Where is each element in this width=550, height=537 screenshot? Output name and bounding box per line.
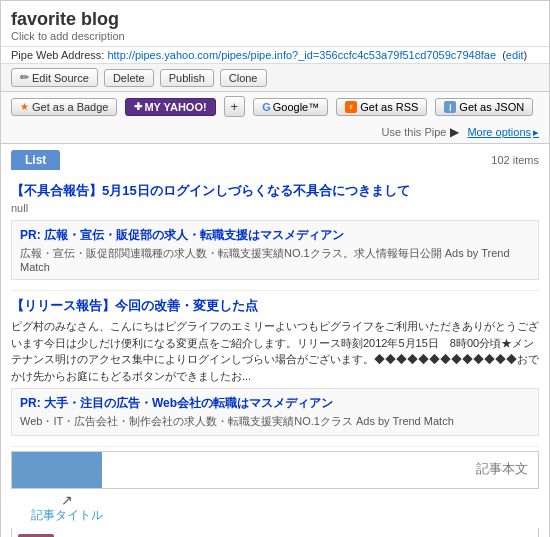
diagram-section1: 記事本文	[11, 451, 539, 489]
feed-item-1-title[interactable]: 【不具合報告】5月15日のログインしづらくなる不具合につきまして	[11, 183, 410, 198]
publish-button[interactable]: Publish	[160, 69, 214, 87]
feed-item-1: 【不具合報告】5月15日のログインしづらくなる不具合につきまして null PR…	[11, 176, 539, 291]
list-tab[interactable]: List	[11, 150, 60, 170]
edit-source-button[interactable]: ✏ Edit Source	[11, 68, 98, 87]
use-this-label: Use this Pipe	[382, 126, 447, 138]
header: favorite blog Click to add description	[1, 1, 549, 47]
json-icon: j	[444, 101, 456, 113]
ad-2-title[interactable]: PR: 大手・注目の広告・Web会社の転職はマスメディアン	[20, 395, 530, 412]
ad-1-title[interactable]: PR: 広報・宣伝・販促部の求人・転職支援はマスメディアン	[20, 227, 530, 244]
use-this-arrow-icon: ▶	[450, 125, 459, 139]
pipe-edit-link[interactable]: edit	[506, 49, 524, 61]
items-count: 102 items	[491, 154, 539, 166]
delete-button[interactable]: Delete	[104, 69, 154, 87]
action-bar: ✏ Edit Source Delete Publish Clone	[1, 64, 549, 92]
diagram-body-label-2: 記事本文	[144, 528, 538, 537]
more-options-link[interactable]: More options ▸	[467, 126, 539, 139]
feed-item-1-null: null	[11, 200, 539, 216]
pipe-address-bar: Pipe Web Address: http://pipes.yahoo.com…	[1, 47, 549, 64]
arrow-annotation-row: ↗ 記事タイトル	[11, 489, 539, 528]
article-title-annotation: ↗ 記事タイトル	[31, 493, 103, 524]
clone-button[interactable]: Clone	[220, 69, 267, 87]
feed-item-2: 【リリース報告】今回の改善・変更した点 ピグ村のみなさん、こんにちはピグライフの…	[11, 291, 539, 447]
ad-block-1: PR: 広報・宣伝・販促部の求人・転職支援はマスメディアン 広報・宣伝・販促部関…	[11, 220, 539, 280]
my-yahoo-button[interactable]: ✚ MY YAHOO!	[125, 98, 215, 116]
ad-block-2: PR: 大手・注目の広告・Web会社の転職はマスメディアン Web・IT・広告会…	[11, 388, 539, 436]
pipe-toolbar: ★ Get as a Badge ✚ MY YAHOO! + G Google™…	[1, 92, 549, 144]
article-title-arrow-icon: ↗	[61, 493, 73, 507]
diagram-body-label-1: 記事本文	[102, 452, 538, 488]
diagram-row2-left	[12, 528, 144, 537]
more-options-chevron-icon: ▸	[533, 126, 539, 139]
list-header: List 102 items	[11, 150, 539, 170]
ad-2-desc: Web・IT・広告会社・制作会社の求人数・転職支援実績NO.1クラス Ads b…	[20, 414, 530, 429]
get-badge-button[interactable]: ★ Get as a Badge	[11, 98, 117, 116]
diagram-blue-bar-1	[12, 452, 102, 488]
source-icon: ✏	[20, 71, 29, 84]
diagram-wrapper: 記事本文 ↗ 記事タイトル 記事本文	[11, 451, 539, 537]
content-area: List 102 items 【不具合報告】5月15日のログインしづらくなる不具…	[1, 144, 549, 537]
get-json-button[interactable]: j Get as JSON	[435, 98, 533, 116]
page-description[interactable]: Click to add description	[11, 30, 539, 42]
use-this-pipe-area: Use this Pipe ▶	[382, 125, 460, 139]
badge-icon: ★	[20, 101, 29, 112]
google-icon: G	[262, 101, 271, 113]
feed-item-2-body: ピグ村のみなさん、こんにちはピグライフのエミリーよいつもピグライフをご利用いただ…	[11, 318, 539, 384]
diagram-section2: 記事本文	[11, 528, 539, 537]
article-title-label: 記事タイトル	[31, 507, 103, 524]
pipe-address-label: Pipe Web Address:	[11, 49, 104, 61]
pipe-address-link[interactable]: http://pipes.yahoo.com/pipes/pipe.info?_…	[107, 49, 496, 61]
yahoo-icon: ✚	[134, 101, 142, 112]
get-rss-button[interactable]: r Get as RSS	[336, 98, 427, 116]
page-title: favorite blog	[11, 9, 539, 30]
ad-1-desc: 広報・宣伝・販促部関連職種の求人数・転職支援実績NO.1クラス。求人情報毎日公開…	[20, 246, 530, 273]
page-wrapper: favorite blog Click to add description P…	[0, 0, 550, 537]
feed-item-2-title[interactable]: 【リリース報告】今回の改善・変更した点	[11, 298, 258, 313]
plus-button[interactable]: +	[224, 96, 246, 117]
rss-icon: r	[345, 101, 357, 113]
google-button[interactable]: G Google™	[253, 98, 328, 116]
